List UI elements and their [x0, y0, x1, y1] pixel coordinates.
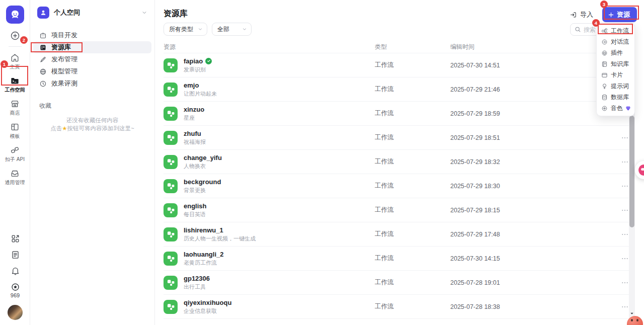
workspace-avatar-icon [37, 7, 49, 19]
rail-item-template[interactable]: 模板 [1, 119, 29, 142]
favorites-empty-line2: 点击★按钮可将内容添加到这里~ [35, 124, 149, 132]
sidebar-item-publish[interactable]: 发布管理 [33, 53, 151, 65]
dropdown-item-chatflow[interactable]: 对话流 [597, 36, 634, 47]
resource-edit-time: 2025-07-29 18:32 [450, 158, 615, 166]
workflow-icon [164, 58, 178, 72]
chevron-down-icon [141, 10, 147, 16]
verified-badge-icon [205, 58, 212, 64]
rail-item-label: 主页 [10, 63, 20, 70]
dropdown-item-workflow[interactable]: 工作流 [597, 25, 634, 36]
resource-description: 老黄历工作流 [184, 259, 223, 267]
resource-edit-time: 2025-07-30 14:51 [450, 62, 615, 69]
table-row[interactable]: change_yifu 人物换衣 工作流 2025-07-29 18:32 [164, 150, 635, 174]
table-header: 资源 类型 编辑时间 [164, 41, 635, 53]
resource-cell: qiyexinxihuoqu 企业信息获取 [164, 299, 375, 315]
column-header-resource: 资源 [164, 43, 375, 51]
notifications-bell-icon[interactable] [11, 266, 20, 276]
resource-edit-time: 2025-07-28 19:01 [450, 279, 615, 286]
table-row[interactable]: laohuangli_2 老黄历工作流 工作流 2025-07-30 14:15 [164, 247, 635, 271]
sidebar-item-project-dev[interactable]: 项目开发 [33, 29, 151, 41]
resource-type: 工作流 [375, 85, 450, 94]
sidebar-item-evaluation[interactable]: 效果评测 [33, 77, 151, 90]
resource-name: zhufu [184, 130, 201, 137]
resource-name: gp12306 [184, 275, 210, 282]
workspace-folder-icon [10, 76, 20, 86]
resource-description: 发票识别 [184, 66, 212, 73]
scope-filter-select[interactable]: 全部 [212, 23, 252, 36]
ellipsis-icon [621, 279, 629, 287]
database-icon [601, 94, 608, 101]
resource-text: emjo 让图片动起来 [184, 82, 217, 98]
create-new-icon[interactable] [10, 30, 21, 41]
dropdown-item-database[interactable]: 数据库 [597, 92, 634, 103]
dropdown-item-label: 对话流 [611, 38, 629, 46]
resource-name: qiyexinxihuoqu [184, 299, 231, 306]
dropdown-item-label: 知识库 [611, 60, 629, 68]
inbox-icon [10, 169, 20, 178]
sidebar-item-resource-library[interactable]: 资源库 [33, 41, 151, 53]
workflow-icon [164, 276, 178, 290]
table-row[interactable]: beckground 背景更换 工作流 2025-07-29 18:30 [164, 174, 635, 198]
type-filter-select[interactable]: 所有类型 [164, 23, 207, 36]
dropdown-item-plugin[interactable]: 插件 [597, 47, 634, 58]
rail-item-admin[interactable]: 通用管理 [1, 166, 29, 189]
apps-shortcut-icon[interactable] [11, 234, 20, 243]
dropdown-item-prompt[interactable]: 提示词 [597, 80, 634, 92]
import-icon [570, 11, 577, 19]
table-row[interactable]: english 每日英语 工作流 2025-07-29 18:15 [164, 198, 635, 222]
table-row[interactable]: gp12306 出行工具 工作流 2025-07-28 19:01 [164, 271, 635, 295]
table-row[interactable]: qiyexinxihuoqu 企业信息获取 工作流 2025-07-28 18:… [164, 295, 635, 319]
user-avatar[interactable] [8, 305, 23, 320]
prompt-pin-icon [601, 83, 608, 90]
rail-item-home[interactable]: 主页 [1, 50, 29, 73]
docs-icon[interactable] [11, 250, 20, 260]
create-resource-button[interactable]: 资源 [602, 7, 637, 22]
workflow-icon [164, 179, 178, 193]
rail-item-store[interactable]: 商店 [1, 96, 29, 119]
gauge-clock-icon [39, 80, 47, 88]
app-logo[interactable] [6, 6, 24, 24]
resource-type: 工作流 [375, 109, 450, 118]
sidebar-item-label: 模型管理 [51, 67, 77, 76]
resource-cell: beckground 背景更换 [164, 178, 375, 194]
table-row[interactable]: fapiao 发票识别 工作流 2025-07-30 14:51 [164, 53, 635, 77]
resource-text: lishirenwu_1 历史人物一生视频，一键生成 [184, 226, 256, 242]
resource-type: 工作流 [375, 302, 450, 311]
resource-edit-time: 2025-07-29 18:59 [450, 110, 615, 117]
knowledge-book-icon [601, 61, 608, 67]
scrollbar-down-arrow-icon[interactable] [630, 311, 634, 315]
table-row[interactable]: emjo 让图片动起来 工作流 2025-07-29 21:46 [164, 77, 635, 102]
resource-name: lishirenwu_1 [184, 226, 223, 234]
import-button[interactable]: 导入 [568, 8, 595, 21]
ellipsis-icon [621, 255, 629, 263]
resource-name: fapiao [184, 57, 203, 65]
table-row[interactable]: xinzuo 星座 工作流 2025-07-29 18:59 [164, 102, 635, 126]
rail-item-api[interactable]: 扣子 API [1, 142, 29, 166]
dropdown-item-knowledge[interactable]: 知识库 [597, 58, 634, 69]
page-scrollbar-thumb[interactable] [629, 116, 634, 227]
column-header-type: 类型 [375, 43, 450, 51]
resource-edit-time: 2025-07-29 17:48 [450, 231, 615, 238]
table-row[interactable]: zhufu 祝福海报 工作流 2025-07-29 18:51 [164, 126, 635, 150]
resource-description: 星座 [184, 114, 204, 122]
resource-text: change_yifu 人物换衣 [184, 154, 222, 170]
chevron-down-icon [242, 27, 247, 32]
favorites-empty-line1: 还没有收藏任何内容 [35, 116, 149, 124]
table-row[interactable]: lishirenwu_1 历史人物一生视频，一键生成 工作流 2025-07-2… [164, 222, 635, 247]
workspace-selector[interactable]: 个人空间 [30, 0, 154, 25]
resource-edit-time: 2025-07-29 18:15 [450, 207, 615, 214]
sidebar-item-models[interactable]: 模型管理 [33, 65, 151, 77]
resource-name: laohuangli_2 [184, 251, 223, 258]
resource-description: 历史人物一生视频，一键生成 [184, 235, 256, 242]
premium-gem-icon [625, 106, 631, 111]
token-balance[interactable]: 969 [11, 282, 20, 298]
rail-item-workspace[interactable]: 工作空间 [1, 73, 29, 96]
dropdown-item-card[interactable]: 卡片 [597, 69, 634, 80]
dropdown-item-label: 提示词 [611, 82, 629, 91]
dropdown-item-voice[interactable]: 音色 [597, 103, 634, 114]
plus-icon [608, 12, 614, 18]
workflow-icon [164, 107, 178, 121]
token-count: 969 [11, 292, 20, 298]
rail-item-label: 工作空间 [5, 87, 25, 94]
ellipsis-icon [621, 182, 629, 190]
